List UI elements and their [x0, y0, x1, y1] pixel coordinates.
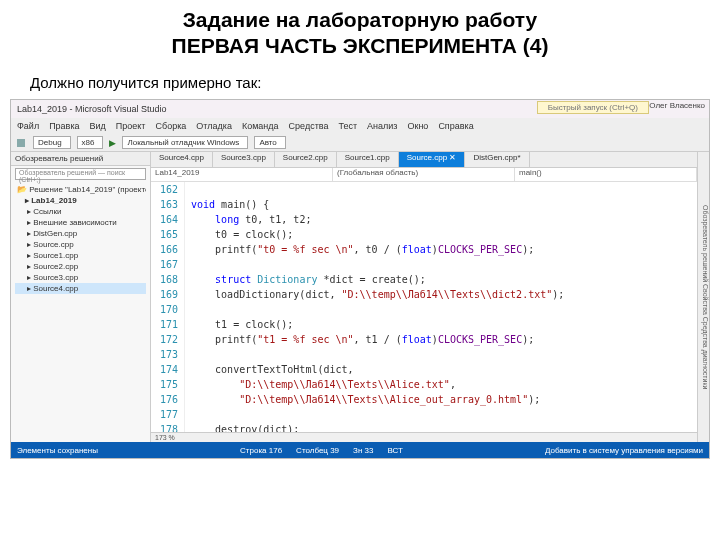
status-char: Зн 33 — [353, 446, 373, 455]
line-gutter: 162 163 164 165 166 167 168 169 170 171 … — [151, 182, 185, 432]
user-label: Олег Власенко — [649, 101, 705, 110]
editor-tab[interactable]: Source.cpp ✕ — [399, 152, 466, 167]
menu-item[interactable]: Окно — [407, 121, 428, 131]
tree-item[interactable]: ▸ DistGen.cpp — [15, 228, 146, 239]
quick-launch-input[interactable]: Быстрый запуск (Ctrl+Q) — [537, 101, 649, 114]
slide-title: Задание на лабораторную работу — [0, 0, 720, 34]
menu-item[interactable]: Проект — [116, 121, 146, 131]
scope-bar: Lab14_2019 (Глобальная область) main() — [151, 168, 697, 182]
scope-project[interactable]: Lab14_2019 — [151, 168, 333, 181]
menu-item[interactable]: Правка — [49, 121, 79, 131]
menu-item[interactable]: Средства — [289, 121, 329, 131]
editor-tab[interactable]: Source4.cpp — [151, 152, 213, 167]
solution-explorer-header: Обозреватель решений — [11, 152, 150, 166]
tree-item[interactable]: ▸ Source4.cpp — [15, 283, 146, 294]
slide-subtitle: ПЕРВАЯ ЧАСТЬ ЭКСПЕРИМЕНТА (4) — [0, 34, 720, 68]
solution-search-input[interactable]: Обозреватель решений — поиск (Ctrl+;) — [15, 168, 146, 180]
status-mode: ВСТ — [387, 446, 402, 455]
mode-select[interactable]: Авто — [254, 136, 285, 149]
menu-item[interactable]: Анализ — [367, 121, 397, 131]
toolbar-icon[interactable] — [17, 139, 25, 147]
menu-item[interactable]: Команда — [242, 121, 279, 131]
main-menu: ФайлПравкаВидПроектСборкаОтладкаКомандаС… — [11, 118, 709, 134]
status-bar: Элементы сохранены Строка 176 Столбец 39… — [11, 442, 709, 458]
toolbar: Debug x86 ▶ Локальный отладчик Windows А… — [11, 134, 709, 152]
status-left: Элементы сохранены — [17, 446, 98, 455]
right-tool-tabs[interactable]: Обозреватель решений Свойства Средства д… — [697, 152, 709, 442]
scope-region[interactable]: (Глобальная область) — [333, 168, 515, 181]
editor-tab[interactable]: Source2.cpp — [275, 152, 337, 167]
menu-item[interactable]: Тест — [338, 121, 357, 131]
solution-explorer: Обозреватель решений Обозреватель решени… — [11, 152, 151, 442]
platform-select[interactable]: x86 — [77, 136, 104, 149]
editor-tabs: Source4.cppSource3.cppSource2.cppSource1… — [151, 152, 697, 168]
project-node[interactable]: ▸ Lab14_2019 — [15, 195, 146, 206]
config-select[interactable]: Debug — [33, 136, 71, 149]
menu-item[interactable]: Вид — [90, 121, 106, 131]
menu-item[interactable]: Сборка — [156, 121, 187, 131]
scope-function[interactable]: main() — [515, 168, 697, 181]
code-editor[interactable]: 162 163 164 165 166 167 168 169 170 171 … — [151, 182, 697, 432]
zoom-level[interactable]: 173 % — [155, 434, 175, 441]
tree-item[interactable]: ▸ Source3.cpp — [15, 272, 146, 283]
status-col: Столбец 39 — [296, 446, 339, 455]
editor-tab[interactable]: DistGen.cpp* — [465, 152, 529, 167]
tree-item[interactable]: ▸ Source1.cpp — [15, 250, 146, 261]
code-lines[interactable]: void main() { long t0, t1, t2; t0 = cloc… — [185, 182, 697, 432]
tree-item[interactable]: ▸ Ссылки — [15, 206, 146, 217]
debugger-select[interactable]: Локальный отладчик Windows — [122, 136, 248, 149]
solution-tree: 📂 Решение "Lab14_2019" (проектов: 1)▸ La… — [11, 182, 150, 296]
solution-root[interactable]: 📂 Решение "Lab14_2019" (проектов: 1) — [15, 184, 146, 195]
menu-item[interactable]: Файл — [17, 121, 39, 131]
tree-item[interactable]: ▸ Source2.cpp — [15, 261, 146, 272]
close-icon[interactable]: ✕ — [447, 153, 456, 162]
status-line: Строка 176 — [240, 446, 282, 455]
editor-footer: 173 % — [151, 432, 697, 442]
tree-item[interactable]: ▸ Source.cpp — [15, 239, 146, 250]
slide-caption: Должно получится примерно так: — [0, 68, 720, 99]
menu-item[interactable]: Отладка — [196, 121, 232, 131]
editor-tab[interactable]: Source3.cpp — [213, 152, 275, 167]
menu-item[interactable]: Справка — [438, 121, 473, 131]
editor-tab[interactable]: Source1.cpp — [337, 152, 399, 167]
vs-window: Lab14_2019 - Microsoft Visual Studio Быс… — [10, 99, 710, 459]
editor-area: Source4.cppSource3.cppSource2.cppSource1… — [151, 152, 697, 442]
tree-item[interactable]: ▸ Внешние зависимости — [15, 217, 146, 228]
status-right[interactable]: Добавить в систему управления версиями — [545, 446, 703, 455]
